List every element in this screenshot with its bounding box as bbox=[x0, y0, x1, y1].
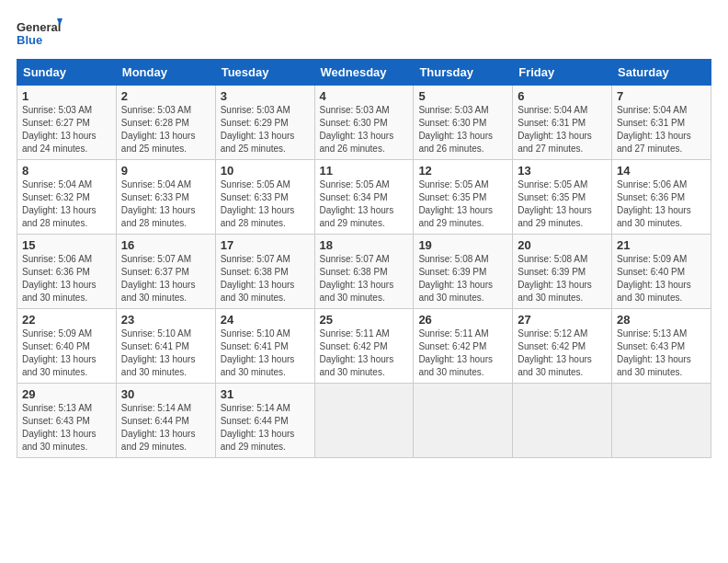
day-info: Sunrise: 5:03 AMSunset: 6:30 PMDaylight:… bbox=[418, 105, 493, 154]
empty-cell bbox=[414, 384, 513, 458]
day-info: Sunrise: 5:05 AMSunset: 6:35 PMDaylight:… bbox=[518, 179, 592, 228]
day-info: Sunrise: 5:04 AMSunset: 6:32 PMDaylight:… bbox=[22, 179, 97, 228]
day-number: 11 bbox=[320, 164, 409, 178]
col-header-wednesday: Wednesday bbox=[314, 60, 414, 86]
day-number: 3 bbox=[221, 89, 310, 103]
day-info: Sunrise: 5:10 AMSunset: 6:41 PMDaylight:… bbox=[121, 328, 196, 377]
week-row-1: 1 Sunrise: 5:03 AMSunset: 6:27 PMDayligh… bbox=[17, 86, 711, 160]
day-info: Sunrise: 5:14 AMSunset: 6:44 PMDaylight:… bbox=[221, 403, 295, 452]
day-number: 29 bbox=[22, 387, 111, 401]
svg-text:Blue: Blue bbox=[17, 33, 42, 47]
day-cell-20: 20 Sunrise: 5:08 AMSunset: 6:39 PMDaylig… bbox=[513, 235, 612, 309]
day-number: 18 bbox=[320, 238, 409, 252]
week-row-4: 22 Sunrise: 5:09 AMSunset: 6:40 PMDaylig… bbox=[17, 309, 711, 384]
day-number: 19 bbox=[418, 238, 507, 252]
day-info: Sunrise: 5:06 AMSunset: 6:36 PMDaylight:… bbox=[617, 179, 691, 228]
week-row-5: 29 Sunrise: 5:13 AMSunset: 6:43 PMDaylig… bbox=[17, 384, 711, 458]
col-header-tuesday: Tuesday bbox=[215, 60, 314, 86]
day-cell-14: 14 Sunrise: 5:06 AMSunset: 6:36 PMDaylig… bbox=[612, 160, 711, 235]
empty-cell bbox=[513, 384, 612, 458]
day-cell-22: 22 Sunrise: 5:09 AMSunset: 6:40 PMDaylig… bbox=[17, 309, 117, 384]
day-number: 12 bbox=[418, 164, 507, 178]
day-cell-28: 28 Sunrise: 5:13 AMSunset: 6:43 PMDaylig… bbox=[612, 309, 711, 384]
day-number: 23 bbox=[121, 313, 210, 327]
day-cell-30: 30 Sunrise: 5:14 AMSunset: 6:44 PMDaylig… bbox=[116, 384, 215, 458]
day-cell-18: 18 Sunrise: 5:07 AMSunset: 6:38 PMDaylig… bbox=[314, 235, 414, 309]
day-info: Sunrise: 5:08 AMSunset: 6:39 PMDaylight:… bbox=[418, 254, 493, 303]
day-cell-17: 17 Sunrise: 5:07 AMSunset: 6:38 PMDaylig… bbox=[215, 235, 314, 309]
day-info: Sunrise: 5:05 AMSunset: 6:33 PMDaylight:… bbox=[221, 179, 295, 228]
day-cell-9: 9 Sunrise: 5:04 AMSunset: 6:33 PMDayligh… bbox=[116, 160, 215, 235]
day-cell-23: 23 Sunrise: 5:10 AMSunset: 6:41 PMDaylig… bbox=[116, 309, 215, 384]
logo: General Blue bbox=[17, 17, 63, 52]
day-number: 2 bbox=[121, 89, 210, 103]
day-info: Sunrise: 5:03 AMSunset: 6:28 PMDaylight:… bbox=[121, 105, 196, 154]
day-cell-24: 24 Sunrise: 5:10 AMSunset: 6:41 PMDaylig… bbox=[215, 309, 314, 384]
day-info: Sunrise: 5:13 AMSunset: 6:43 PMDaylight:… bbox=[22, 403, 97, 452]
day-number: 10 bbox=[221, 164, 310, 178]
day-number: 4 bbox=[320, 89, 409, 103]
day-cell-10: 10 Sunrise: 5:05 AMSunset: 6:33 PMDaylig… bbox=[215, 160, 314, 235]
day-info: Sunrise: 5:04 AMSunset: 6:33 PMDaylight:… bbox=[121, 179, 196, 228]
col-header-friday: Friday bbox=[513, 60, 612, 86]
day-cell-31: 31 Sunrise: 5:14 AMSunset: 6:44 PMDaylig… bbox=[215, 384, 314, 458]
day-number: 1 bbox=[22, 89, 111, 103]
day-cell-26: 26 Sunrise: 5:11 AMSunset: 6:42 PMDaylig… bbox=[414, 309, 513, 384]
header-row: SundayMondayTuesdayWednesdayThursdayFrid… bbox=[17, 60, 711, 86]
calendar-table: SundayMondayTuesdayWednesdayThursdayFrid… bbox=[17, 59, 711, 458]
col-header-thursday: Thursday bbox=[414, 60, 513, 86]
day-cell-8: 8 Sunrise: 5:04 AMSunset: 6:32 PMDayligh… bbox=[17, 160, 117, 235]
day-cell-21: 21 Sunrise: 5:09 AMSunset: 6:40 PMDaylig… bbox=[612, 235, 711, 309]
svg-text:General: General bbox=[17, 20, 61, 34]
day-cell-2: 2 Sunrise: 5:03 AMSunset: 6:28 PMDayligh… bbox=[116, 86, 215, 160]
day-cell-6: 6 Sunrise: 5:04 AMSunset: 6:31 PMDayligh… bbox=[513, 86, 612, 160]
day-number: 9 bbox=[121, 164, 210, 178]
day-info: Sunrise: 5:10 AMSunset: 6:41 PMDaylight:… bbox=[221, 328, 295, 377]
day-info: Sunrise: 5:13 AMSunset: 6:43 PMDaylight:… bbox=[617, 328, 691, 377]
day-info: Sunrise: 5:05 AMSunset: 6:35 PMDaylight:… bbox=[418, 179, 493, 228]
col-header-saturday: Saturday bbox=[612, 60, 711, 86]
page: General Blue SundayMondayTuesdayWednesda… bbox=[0, 0, 728, 563]
week-row-2: 8 Sunrise: 5:04 AMSunset: 6:32 PMDayligh… bbox=[17, 160, 711, 235]
logo-svg: General Blue bbox=[17, 17, 63, 52]
day-info: Sunrise: 5:06 AMSunset: 6:36 PMDaylight:… bbox=[22, 254, 97, 303]
day-number: 28 bbox=[617, 313, 706, 327]
day-info: Sunrise: 5:03 AMSunset: 6:29 PMDaylight:… bbox=[221, 105, 295, 154]
day-info: Sunrise: 5:05 AMSunset: 6:34 PMDaylight:… bbox=[320, 179, 394, 228]
day-info: Sunrise: 5:14 AMSunset: 6:44 PMDaylight:… bbox=[121, 403, 196, 452]
day-number: 14 bbox=[617, 164, 706, 178]
day-cell-13: 13 Sunrise: 5:05 AMSunset: 6:35 PMDaylig… bbox=[513, 160, 612, 235]
day-info: Sunrise: 5:11 AMSunset: 6:42 PMDaylight:… bbox=[320, 328, 394, 377]
day-cell-29: 29 Sunrise: 5:13 AMSunset: 6:43 PMDaylig… bbox=[17, 384, 117, 458]
day-number: 5 bbox=[418, 89, 507, 103]
empty-cell bbox=[612, 384, 711, 458]
day-info: Sunrise: 5:11 AMSunset: 6:42 PMDaylight:… bbox=[418, 328, 493, 377]
day-cell-4: 4 Sunrise: 5:03 AMSunset: 6:30 PMDayligh… bbox=[314, 86, 414, 160]
day-cell-16: 16 Sunrise: 5:07 AMSunset: 6:37 PMDaylig… bbox=[116, 235, 215, 309]
day-number: 13 bbox=[518, 164, 607, 178]
day-info: Sunrise: 5:04 AMSunset: 6:31 PMDaylight:… bbox=[518, 105, 592, 154]
day-cell-19: 19 Sunrise: 5:08 AMSunset: 6:39 PMDaylig… bbox=[414, 235, 513, 309]
day-number: 6 bbox=[518, 89, 607, 103]
day-cell-5: 5 Sunrise: 5:03 AMSunset: 6:30 PMDayligh… bbox=[414, 86, 513, 160]
day-number: 21 bbox=[617, 238, 706, 252]
day-cell-3: 3 Sunrise: 5:03 AMSunset: 6:29 PMDayligh… bbox=[215, 86, 314, 160]
day-cell-1: 1 Sunrise: 5:03 AMSunset: 6:27 PMDayligh… bbox=[17, 86, 117, 160]
day-number: 7 bbox=[617, 89, 706, 103]
day-cell-25: 25 Sunrise: 5:11 AMSunset: 6:42 PMDaylig… bbox=[314, 309, 414, 384]
day-info: Sunrise: 5:09 AMSunset: 6:40 PMDaylight:… bbox=[22, 328, 97, 377]
day-number: 22 bbox=[22, 313, 111, 327]
day-cell-27: 27 Sunrise: 5:12 AMSunset: 6:42 PMDaylig… bbox=[513, 309, 612, 384]
day-number: 26 bbox=[418, 313, 507, 327]
day-info: Sunrise: 5:09 AMSunset: 6:40 PMDaylight:… bbox=[617, 254, 691, 303]
day-number: 15 bbox=[22, 238, 111, 252]
day-number: 31 bbox=[221, 387, 310, 401]
day-number: 17 bbox=[221, 238, 310, 252]
day-number: 8 bbox=[22, 164, 111, 178]
day-number: 16 bbox=[121, 238, 210, 252]
day-cell-12: 12 Sunrise: 5:05 AMSunset: 6:35 PMDaylig… bbox=[414, 160, 513, 235]
day-cell-7: 7 Sunrise: 5:04 AMSunset: 6:31 PMDayligh… bbox=[612, 86, 711, 160]
day-number: 24 bbox=[221, 313, 310, 327]
week-row-3: 15 Sunrise: 5:06 AMSunset: 6:36 PMDaylig… bbox=[17, 235, 711, 309]
day-cell-15: 15 Sunrise: 5:06 AMSunset: 6:36 PMDaylig… bbox=[17, 235, 117, 309]
